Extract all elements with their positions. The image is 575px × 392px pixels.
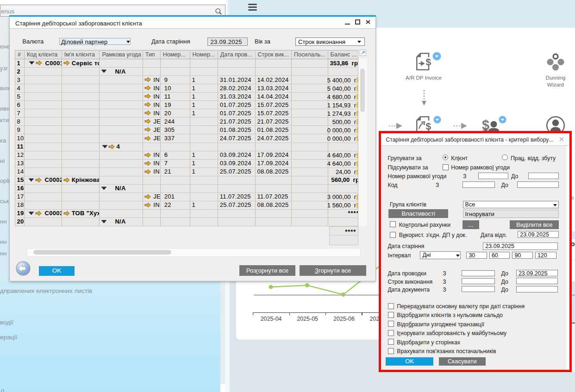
svg-text:$: $ [426,121,431,131]
svg-text:$: $ [426,56,431,67]
